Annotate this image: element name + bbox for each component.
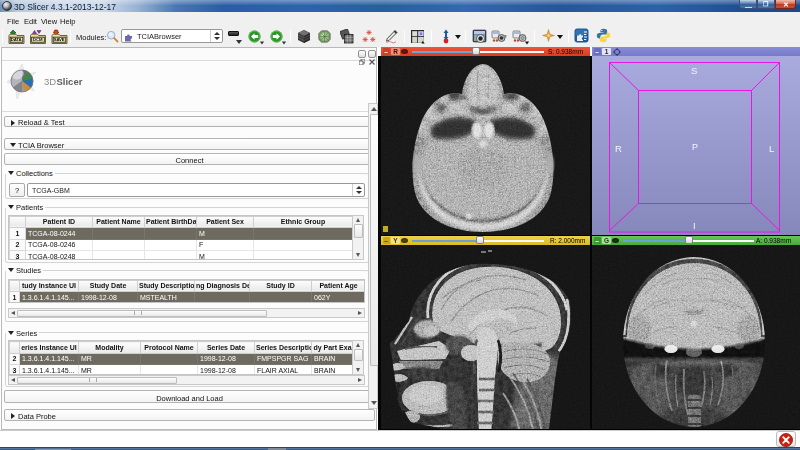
svg-text:I: I	[693, 220, 696, 231]
svg-text:S: S	[691, 65, 697, 76]
svg-text:DCM: DCM	[33, 37, 43, 42]
svg-text:3D: 3D	[44, 76, 56, 87]
svg-text:P: P	[692, 142, 698, 152]
svg-text:SAVE: SAVE	[54, 37, 65, 42]
svg-text:R: R	[615, 143, 622, 154]
svg-text:Slicer: Slicer	[57, 76, 83, 87]
svg-text:DATA: DATA	[11, 37, 22, 42]
svg-text:L: L	[769, 143, 774, 154]
